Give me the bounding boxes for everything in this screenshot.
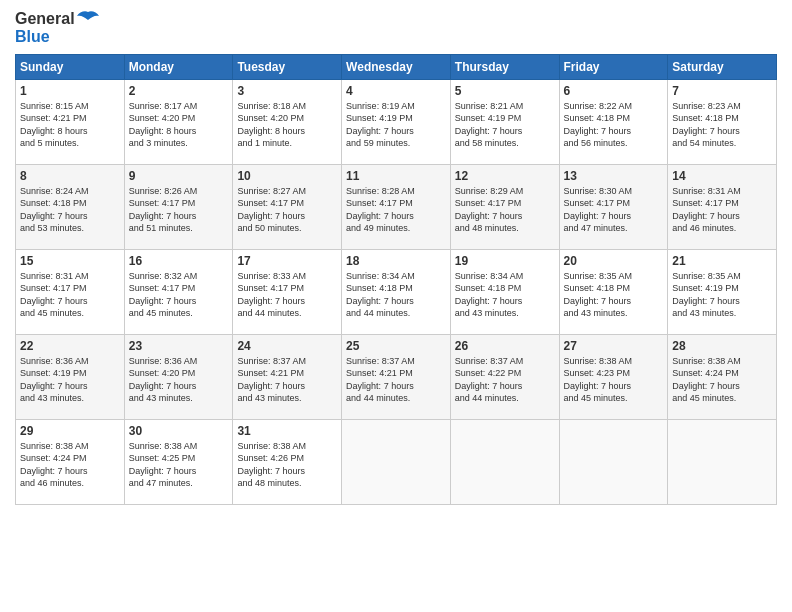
cell-content: Sunrise: 8:31 AMSunset: 4:17 PMDaylight:… <box>672 185 772 235</box>
calendar-cell: 31Sunrise: 8:38 AMSunset: 4:26 PMDayligh… <box>233 419 342 504</box>
calendar-cell: 25Sunrise: 8:37 AMSunset: 4:21 PMDayligh… <box>342 334 451 419</box>
calendar-cell: 23Sunrise: 8:36 AMSunset: 4:20 PMDayligh… <box>124 334 233 419</box>
calendar-cell: 26Sunrise: 8:37 AMSunset: 4:22 PMDayligh… <box>450 334 559 419</box>
day-number: 27 <box>564 339 664 353</box>
day-number: 2 <box>129 84 229 98</box>
calendar-cell: 14Sunrise: 8:31 AMSunset: 4:17 PMDayligh… <box>668 164 777 249</box>
header-row: SundayMondayTuesdayWednesdayThursdayFrid… <box>16 54 777 79</box>
calendar-cell <box>668 419 777 504</box>
day-number: 16 <box>129 254 229 268</box>
calendar-cell: 1Sunrise: 8:15 AMSunset: 4:21 PMDaylight… <box>16 79 125 164</box>
cell-content: Sunrise: 8:31 AMSunset: 4:17 PMDaylight:… <box>20 270 120 320</box>
calendar-cell: 7Sunrise: 8:23 AMSunset: 4:18 PMDaylight… <box>668 79 777 164</box>
column-header-thursday: Thursday <box>450 54 559 79</box>
week-row-5: 29Sunrise: 8:38 AMSunset: 4:24 PMDayligh… <box>16 419 777 504</box>
calendar-table: SundayMondayTuesdayWednesdayThursdayFrid… <box>15 54 777 505</box>
day-number: 28 <box>672 339 772 353</box>
day-number: 23 <box>129 339 229 353</box>
calendar-cell: 12Sunrise: 8:29 AMSunset: 4:17 PMDayligh… <box>450 164 559 249</box>
day-number: 26 <box>455 339 555 353</box>
day-number: 3 <box>237 84 337 98</box>
cell-content: Sunrise: 8:22 AMSunset: 4:18 PMDaylight:… <box>564 100 664 150</box>
page-header: General Blue <box>15 10 777 46</box>
day-number: 30 <box>129 424 229 438</box>
calendar-cell: 22Sunrise: 8:36 AMSunset: 4:19 PMDayligh… <box>16 334 125 419</box>
calendar-cell <box>559 419 668 504</box>
calendar-cell: 9Sunrise: 8:26 AMSunset: 4:17 PMDaylight… <box>124 164 233 249</box>
column-header-saturday: Saturday <box>668 54 777 79</box>
cell-content: Sunrise: 8:19 AMSunset: 4:19 PMDaylight:… <box>346 100 446 150</box>
cell-content: Sunrise: 8:34 AMSunset: 4:18 PMDaylight:… <box>346 270 446 320</box>
cell-content: Sunrise: 8:18 AMSunset: 4:20 PMDaylight:… <box>237 100 337 150</box>
day-number: 6 <box>564 84 664 98</box>
cell-content: Sunrise: 8:24 AMSunset: 4:18 PMDaylight:… <box>20 185 120 235</box>
calendar-cell: 28Sunrise: 8:38 AMSunset: 4:24 PMDayligh… <box>668 334 777 419</box>
cell-content: Sunrise: 8:35 AMSunset: 4:18 PMDaylight:… <box>564 270 664 320</box>
day-number: 13 <box>564 169 664 183</box>
calendar-cell: 4Sunrise: 8:19 AMSunset: 4:19 PMDaylight… <box>342 79 451 164</box>
cell-content: Sunrise: 8:29 AMSunset: 4:17 PMDaylight:… <box>455 185 555 235</box>
calendar-cell: 29Sunrise: 8:38 AMSunset: 4:24 PMDayligh… <box>16 419 125 504</box>
cell-content: Sunrise: 8:38 AMSunset: 4:25 PMDaylight:… <box>129 440 229 490</box>
day-number: 8 <box>20 169 120 183</box>
calendar-cell: 24Sunrise: 8:37 AMSunset: 4:21 PMDayligh… <box>233 334 342 419</box>
logo: General Blue <box>15 10 99 46</box>
calendar-cell: 27Sunrise: 8:38 AMSunset: 4:23 PMDayligh… <box>559 334 668 419</box>
calendar-cell: 21Sunrise: 8:35 AMSunset: 4:19 PMDayligh… <box>668 249 777 334</box>
day-number: 1 <box>20 84 120 98</box>
cell-content: Sunrise: 8:32 AMSunset: 4:17 PMDaylight:… <box>129 270 229 320</box>
cell-content: Sunrise: 8:28 AMSunset: 4:17 PMDaylight:… <box>346 185 446 235</box>
cell-content: Sunrise: 8:33 AMSunset: 4:17 PMDaylight:… <box>237 270 337 320</box>
column-header-monday: Monday <box>124 54 233 79</box>
logo-blue: Blue <box>15 28 50 46</box>
day-number: 25 <box>346 339 446 353</box>
cell-content: Sunrise: 8:38 AMSunset: 4:24 PMDaylight:… <box>20 440 120 490</box>
cell-content: Sunrise: 8:27 AMSunset: 4:17 PMDaylight:… <box>237 185 337 235</box>
calendar-cell: 20Sunrise: 8:35 AMSunset: 4:18 PMDayligh… <box>559 249 668 334</box>
day-number: 15 <box>20 254 120 268</box>
day-number: 17 <box>237 254 337 268</box>
logo-general: General <box>15 10 75 28</box>
cell-content: Sunrise: 8:17 AMSunset: 4:20 PMDaylight:… <box>129 100 229 150</box>
calendar-cell: 18Sunrise: 8:34 AMSunset: 4:18 PMDayligh… <box>342 249 451 334</box>
calendar-cell: 5Sunrise: 8:21 AMSunset: 4:19 PMDaylight… <box>450 79 559 164</box>
day-number: 5 <box>455 84 555 98</box>
cell-content: Sunrise: 8:36 AMSunset: 4:19 PMDaylight:… <box>20 355 120 405</box>
calendar-cell: 17Sunrise: 8:33 AMSunset: 4:17 PMDayligh… <box>233 249 342 334</box>
day-number: 11 <box>346 169 446 183</box>
cell-content: Sunrise: 8:21 AMSunset: 4:19 PMDaylight:… <box>455 100 555 150</box>
calendar-cell: 3Sunrise: 8:18 AMSunset: 4:20 PMDaylight… <box>233 79 342 164</box>
calendar-cell: 8Sunrise: 8:24 AMSunset: 4:18 PMDaylight… <box>16 164 125 249</box>
calendar-cell: 30Sunrise: 8:38 AMSunset: 4:25 PMDayligh… <box>124 419 233 504</box>
cell-content: Sunrise: 8:38 AMSunset: 4:23 PMDaylight:… <box>564 355 664 405</box>
day-number: 24 <box>237 339 337 353</box>
week-row-4: 22Sunrise: 8:36 AMSunset: 4:19 PMDayligh… <box>16 334 777 419</box>
cell-content: Sunrise: 8:38 AMSunset: 4:26 PMDaylight:… <box>237 440 337 490</box>
day-number: 7 <box>672 84 772 98</box>
cell-content: Sunrise: 8:23 AMSunset: 4:18 PMDaylight:… <box>672 100 772 150</box>
calendar-cell: 2Sunrise: 8:17 AMSunset: 4:20 PMDaylight… <box>124 79 233 164</box>
week-row-3: 15Sunrise: 8:31 AMSunset: 4:17 PMDayligh… <box>16 249 777 334</box>
day-number: 4 <box>346 84 446 98</box>
day-number: 20 <box>564 254 664 268</box>
cell-content: Sunrise: 8:37 AMSunset: 4:22 PMDaylight:… <box>455 355 555 405</box>
day-number: 12 <box>455 169 555 183</box>
calendar-cell: 10Sunrise: 8:27 AMSunset: 4:17 PMDayligh… <box>233 164 342 249</box>
day-number: 9 <box>129 169 229 183</box>
day-number: 10 <box>237 169 337 183</box>
column-header-tuesday: Tuesday <box>233 54 342 79</box>
calendar-cell: 15Sunrise: 8:31 AMSunset: 4:17 PMDayligh… <box>16 249 125 334</box>
column-header-friday: Friday <box>559 54 668 79</box>
logo-bird-icon <box>77 10 99 28</box>
cell-content: Sunrise: 8:30 AMSunset: 4:17 PMDaylight:… <box>564 185 664 235</box>
column-header-sunday: Sunday <box>16 54 125 79</box>
cell-content: Sunrise: 8:38 AMSunset: 4:24 PMDaylight:… <box>672 355 772 405</box>
week-row-2: 8Sunrise: 8:24 AMSunset: 4:18 PMDaylight… <box>16 164 777 249</box>
column-header-wednesday: Wednesday <box>342 54 451 79</box>
calendar-cell: 16Sunrise: 8:32 AMSunset: 4:17 PMDayligh… <box>124 249 233 334</box>
calendar-cell: 11Sunrise: 8:28 AMSunset: 4:17 PMDayligh… <box>342 164 451 249</box>
day-number: 31 <box>237 424 337 438</box>
cell-content: Sunrise: 8:15 AMSunset: 4:21 PMDaylight:… <box>20 100 120 150</box>
cell-content: Sunrise: 8:37 AMSunset: 4:21 PMDaylight:… <box>346 355 446 405</box>
calendar-cell <box>342 419 451 504</box>
